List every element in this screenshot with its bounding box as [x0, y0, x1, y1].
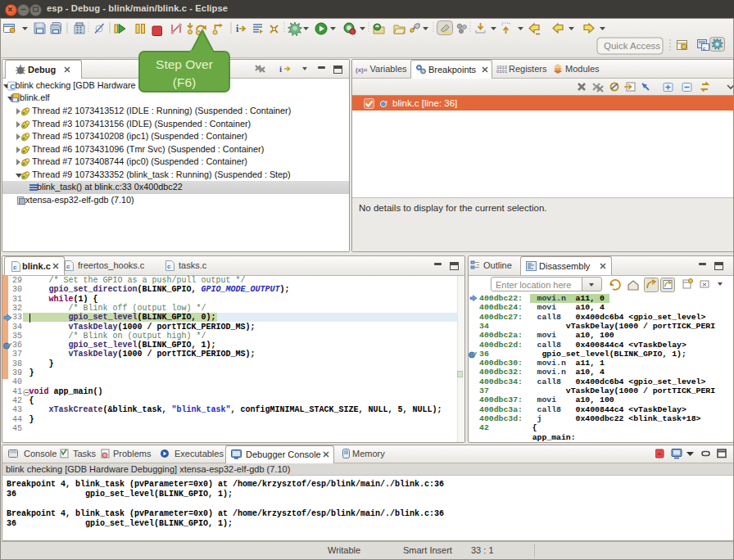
svg-text:c: c — [13, 264, 17, 271]
svg-text:0101: 0101 — [496, 69, 507, 74]
svg-text:c: c — [703, 46, 705, 51]
svg-text:C: C — [10, 82, 16, 90]
svg-text:Quick Access: Quick Access — [604, 41, 660, 51]
svg-text:c: c — [167, 263, 171, 270]
svg-text:c: c — [66, 263, 70, 270]
svg-text:i: i — [236, 23, 239, 34]
svg-text:i: i — [279, 64, 282, 74]
